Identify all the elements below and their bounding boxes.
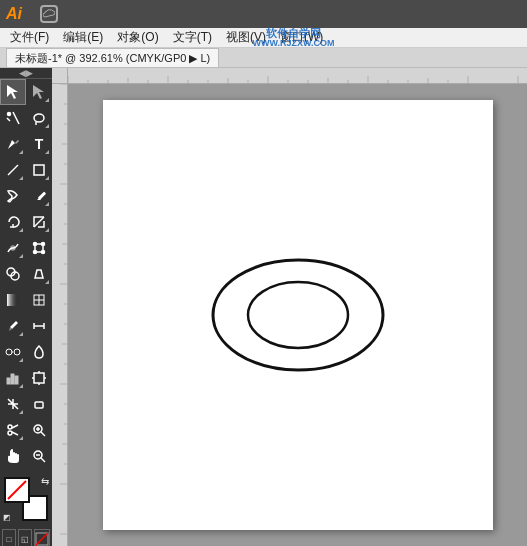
svg-point-14 bbox=[34, 243, 37, 246]
svg-point-5 bbox=[34, 114, 44, 122]
svg-point-29 bbox=[14, 349, 20, 355]
slice-tool[interactable] bbox=[0, 391, 26, 417]
scissors-tool[interactable] bbox=[0, 417, 26, 443]
svg-point-12 bbox=[11, 246, 15, 250]
cloud-icon bbox=[40, 5, 58, 23]
svg-line-49 bbox=[41, 458, 45, 462]
gradient-btn[interactable]: ◱ bbox=[18, 529, 32, 546]
no-color-btn[interactable] bbox=[34, 529, 50, 546]
toolbar: ◀▶ T bbox=[0, 68, 52, 546]
menu-view[interactable]: 视图(V) bbox=[220, 28, 272, 47]
svg-point-17 bbox=[34, 251, 37, 254]
eyedropper-tool[interactable] bbox=[0, 313, 26, 339]
tool-row-15 bbox=[0, 443, 52, 469]
rect-tool[interactable] bbox=[26, 157, 52, 183]
live-paint-tool[interactable] bbox=[26, 339, 52, 365]
document-tab[interactable]: 未标题-1* @ 392.61% (CMYK/GP0 ▶ L) bbox=[6, 48, 219, 67]
magic-wand-tool[interactable] bbox=[0, 105, 26, 131]
artboard-tool[interactable] bbox=[26, 365, 52, 391]
svg-rect-39 bbox=[35, 402, 43, 408]
tool-row-8 bbox=[0, 261, 52, 287]
blend-tool[interactable] bbox=[0, 339, 26, 365]
pen-tool[interactable] bbox=[0, 131, 26, 157]
color-section: ⇆ ◩ bbox=[0, 473, 52, 525]
direct-select-tool[interactable] bbox=[26, 79, 52, 105]
line-tool[interactable] bbox=[0, 157, 26, 183]
svg-line-2 bbox=[13, 112, 19, 124]
svg-line-53 bbox=[36, 533, 48, 545]
tool-row-1 bbox=[0, 79, 52, 105]
menu-type[interactable]: 文字(T) bbox=[167, 28, 218, 47]
zoom-out-tool[interactable] bbox=[26, 443, 52, 469]
lasso-tool[interactable] bbox=[26, 105, 52, 131]
svg-marker-0 bbox=[7, 85, 18, 99]
app-logo: Ai bbox=[6, 5, 34, 23]
svg-rect-77 bbox=[52, 84, 68, 546]
canvas-area bbox=[52, 68, 527, 546]
default-colors-icon[interactable]: ◩ bbox=[3, 513, 11, 522]
paintbrush-tool[interactable] bbox=[0, 183, 26, 209]
toolbar-collapse-arrow[interactable]: ◀▶ bbox=[0, 68, 52, 79]
gradient-tool[interactable] bbox=[0, 287, 26, 313]
mesh-tool[interactable] bbox=[26, 287, 52, 313]
svg-line-42 bbox=[12, 425, 18, 428]
ruler-horizontal bbox=[68, 68, 527, 84]
rulers-container bbox=[52, 68, 527, 546]
column-graph-tool[interactable] bbox=[0, 365, 26, 391]
svg-point-16 bbox=[42, 251, 45, 254]
pencil-tool[interactable] bbox=[26, 183, 52, 209]
menu-object[interactable]: 对象(O) bbox=[111, 28, 164, 47]
tool-row-5 bbox=[0, 183, 52, 209]
canvas-background bbox=[68, 84, 527, 546]
hand-tool[interactable] bbox=[0, 443, 26, 469]
svg-point-28 bbox=[6, 349, 12, 355]
free-transform-tool[interactable] bbox=[26, 235, 52, 261]
tool-row-7 bbox=[0, 235, 52, 261]
solid-color-btn[interactable]: □ bbox=[2, 529, 16, 546]
tool-row-10 bbox=[0, 313, 52, 339]
svg-marker-1 bbox=[33, 85, 44, 99]
rotate-tool[interactable] bbox=[0, 209, 26, 235]
svg-line-11 bbox=[34, 217, 44, 227]
perspective-tool[interactable] bbox=[26, 261, 52, 287]
tool-row-9 bbox=[0, 287, 52, 313]
zoom-tool[interactable] bbox=[26, 417, 52, 443]
svg-rect-33 bbox=[15, 376, 18, 384]
warp-tool[interactable] bbox=[0, 235, 26, 261]
select-tool[interactable] bbox=[0, 79, 26, 105]
artboard bbox=[103, 100, 493, 530]
svg-rect-34 bbox=[34, 373, 44, 383]
svg-point-101 bbox=[248, 282, 348, 348]
ruler-vertical bbox=[52, 84, 68, 546]
tool-row-11 bbox=[0, 339, 52, 365]
menu-file[interactable]: 文件(F) bbox=[4, 28, 55, 47]
fill-swatch[interactable] bbox=[4, 477, 30, 503]
tool-row-12 bbox=[0, 365, 52, 391]
tab-bar: 未标题-1* @ 392.61% (CMYK/GP0 ▶ L) bbox=[0, 48, 527, 68]
svg-line-43 bbox=[12, 432, 18, 435]
menu-window[interactable]: 窗口(W) bbox=[274, 28, 329, 47]
svg-point-100 bbox=[213, 260, 383, 370]
svg-point-15 bbox=[42, 243, 45, 246]
tool-row-3: T bbox=[0, 131, 52, 157]
scale-tool[interactable] bbox=[26, 209, 52, 235]
tool-row-4 bbox=[0, 157, 52, 183]
svg-line-45 bbox=[41, 432, 45, 436]
type-tool[interactable]: T bbox=[26, 131, 52, 157]
svg-rect-31 bbox=[7, 378, 10, 384]
svg-rect-54 bbox=[68, 68, 527, 84]
svg-point-4 bbox=[8, 113, 11, 116]
eraser-tool[interactable] bbox=[26, 391, 52, 417]
tool-row-14 bbox=[0, 417, 52, 443]
main-layout: ◀▶ T bbox=[0, 68, 527, 546]
title-bar: Ai bbox=[0, 0, 527, 28]
svg-marker-20 bbox=[35, 270, 43, 278]
tool-row-6 bbox=[0, 209, 52, 235]
color-mode-row: □ ◱ bbox=[0, 527, 52, 546]
tool-row-13 bbox=[0, 391, 52, 417]
menu-edit[interactable]: 编辑(E) bbox=[57, 28, 109, 47]
ruler-corner bbox=[52, 68, 68, 84]
measure-tool[interactable] bbox=[26, 313, 52, 339]
swap-colors-icon[interactable]: ⇆ bbox=[41, 476, 49, 487]
shape-builder-tool[interactable] bbox=[0, 261, 26, 287]
